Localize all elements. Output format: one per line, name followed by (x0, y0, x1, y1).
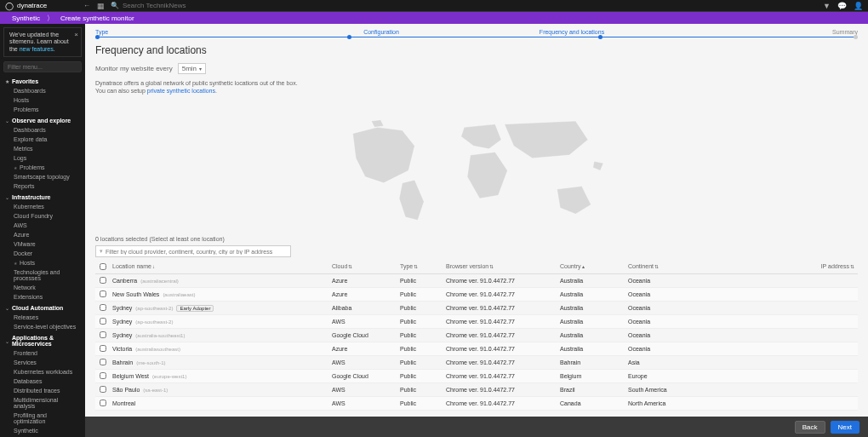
sidebar-item[interactable]: Frontend (0, 348, 85, 358)
table-row[interactable]: São Paulo(sa-east-1)AWSPublicChrome ver.… (95, 383, 858, 397)
back-button[interactable]: Back (795, 421, 825, 434)
cell-location: Canberra(australiacentral) (111, 278, 332, 284)
chat-icon[interactable]: 💬 (837, 2, 847, 10)
cell-location: Sydney(ap-southeast-2) (111, 319, 332, 325)
nav-header[interactable]: ★Favorites (0, 77, 85, 86)
sidebar-item[interactable]: Reports (0, 181, 85, 191)
step-configuration[interactable]: Configuration (286, 29, 477, 35)
cell-browser: Chrome ver. 91.0.4472.77 (446, 319, 560, 325)
cell-continent: South America (628, 387, 696, 393)
cell-location: Montreal (111, 400, 332, 406)
frequency-select[interactable]: 5min ▾ (178, 63, 206, 74)
col-ip[interactable]: IP address⇅ (696, 263, 858, 271)
col-cloud[interactable]: Cloud⇅ (332, 263, 400, 271)
cell-type: Public (400, 319, 446, 325)
filter-icon[interactable]: ▼ (823, 2, 831, 10)
sidebar-item[interactable]: Docker (0, 249, 85, 258)
cell-location: Belgium West(europe-west1) (111, 373, 332, 379)
row-checkbox[interactable] (100, 400, 106, 406)
private-locations-link[interactable]: private synthetic locations (147, 88, 215, 94)
app-icon[interactable]: ▦ (97, 2, 106, 10)
nav-header[interactable]: ⌄Applications & Microservices (0, 333, 85, 348)
table-row[interactable]: Sydney(ap-southeast-2)AWSPublicChrome ve… (95, 315, 858, 329)
sidebar-item[interactable]: Dashboards (0, 86, 85, 95)
table-row[interactable]: Sydney(australia-southeast1)Google Cloud… (95, 329, 858, 342)
nav-header[interactable]: ⌄Infrastructure (0, 193, 85, 202)
sidebar-item[interactable]: VMware (0, 239, 85, 249)
sidebar-item[interactable]: Profiling and optimization (0, 411, 85, 426)
sidebar-item[interactable]: ★Hosts (0, 258, 85, 267)
row-checkbox[interactable] (100, 372, 106, 379)
world-map[interactable] (85, 96, 868, 233)
cell-browser: Chrome ver. 91.0.4472.77 (446, 373, 560, 379)
row-checkbox[interactable] (100, 304, 106, 311)
table-row[interactable]: Victoria(australiasoutheast)AzurePublicC… (95, 342, 858, 356)
star-icon: ★ (14, 261, 17, 266)
col-country[interactable]: Country▴ (560, 263, 628, 271)
sidebar-item[interactable]: Explore data (0, 135, 85, 144)
location-filter[interactable]: ▾ (95, 245, 291, 257)
location-filter-input[interactable] (106, 249, 287, 255)
sidebar-item[interactable]: Hosts (0, 95, 85, 105)
row-checkbox[interactable] (100, 359, 106, 365)
sidebar-item[interactable]: Dashboards (0, 125, 85, 135)
step-frequency[interactable]: Frequency and locations (477, 29, 667, 35)
sidebar-item[interactable]: Releases (0, 313, 85, 322)
sidebar-item[interactable]: Logs (0, 153, 85, 163)
sidebar-item[interactable]: AWS (0, 221, 85, 230)
sidebar-item[interactable]: Multidimensional analysis (0, 395, 85, 411)
sidebar-item[interactable]: Azure (0, 230, 85, 239)
table-row[interactable]: Sydney(ap-southeast-2)Early AdopterAliba… (95, 302, 858, 315)
nav-item-label: Docker (14, 250, 32, 256)
sidebar-item[interactable]: Kubernetes workloads (0, 367, 85, 377)
row-checkbox[interactable] (100, 345, 106, 352)
sidebar-item[interactable]: ★Problems (0, 163, 85, 172)
table-row[interactable]: Canberra(australiacentral)AzurePublicChr… (95, 274, 858, 288)
global-search-input[interactable] (123, 2, 250, 9)
crumb-parent[interactable]: Synthetic (7, 14, 45, 23)
table-row[interactable]: MontrealAWSPublicChrome ver. 91.0.4472.7… (95, 397, 858, 411)
table-row[interactable]: Bahrain(me-south-1)AWSPublicChrome ver. … (95, 356, 858, 370)
sidebar-item[interactable]: Extensions (0, 292, 85, 302)
row-checkbox[interactable] (100, 318, 106, 325)
table-row[interactable]: Belgium West(europe-west1)Google CloudPu… (95, 370, 858, 383)
sidebar-item[interactable]: Smartscape topology (0, 172, 85, 181)
next-button[interactable]: Next (831, 421, 859, 434)
nav-header[interactable]: ⌄Observe and explore (0, 116, 85, 125)
nav-item-label: Reports (14, 183, 35, 189)
locations-table: Location name↓ Cloud⇅ Type⇅ Browser vers… (95, 261, 858, 411)
row-checkbox[interactable] (100, 386, 106, 393)
nav-item-label: Hosts (20, 260, 35, 266)
user-icon[interactable]: 👤 (854, 2, 863, 10)
sidebar-item[interactable]: Services (0, 358, 85, 367)
col-location[interactable]: Location name↓ (111, 263, 332, 271)
sidebar-item[interactable]: Metrics (0, 144, 85, 153)
col-continent[interactable]: Continent⇅ (628, 263, 696, 271)
sidebar-item[interactable]: Technologies and processes (0, 267, 85, 283)
sidebar-filter-input[interactable] (3, 61, 82, 72)
col-type[interactable]: Type⇅ (400, 263, 446, 271)
sidebar-item[interactable]: Cloud Foundry (0, 211, 85, 221)
sidebar-item[interactable]: Network (0, 283, 85, 292)
cell-location: Sydney(australia-southeast1) (111, 332, 332, 338)
row-checkbox[interactable] (100, 331, 106, 338)
sidebar-item[interactable]: Service-level objectives (0, 322, 85, 331)
sidebar-item[interactable]: Kubernetes (0, 202, 85, 211)
nav-item-label: AWS (14, 222, 27, 228)
nav-header[interactable]: ⌄Cloud Automation (0, 303, 85, 313)
cell-continent: North America (628, 400, 696, 406)
col-browser[interactable]: Browser version⇅ (446, 263, 560, 271)
sidebar-item[interactable]: Synthetic (0, 426, 85, 435)
select-all-checkbox[interactable] (100, 263, 106, 270)
sidebar-item[interactable]: Distributed traces (0, 386, 85, 395)
close-icon[interactable]: × (74, 31, 78, 39)
table-row[interactable]: New South Wales(australiaeast)AzurePubli… (95, 288, 858, 302)
step-type[interactable]: Type (95, 29, 286, 35)
back-arrow-icon[interactable]: ← (83, 2, 90, 9)
banner-link[interactable]: new features (20, 46, 54, 52)
sidebar-item[interactable]: Databases (0, 377, 85, 386)
cell-country: Canada (560, 400, 628, 406)
sidebar-item[interactable]: Problems (0, 105, 85, 114)
row-checkbox[interactable] (100, 290, 106, 297)
row-checkbox[interactable] (100, 277, 106, 284)
